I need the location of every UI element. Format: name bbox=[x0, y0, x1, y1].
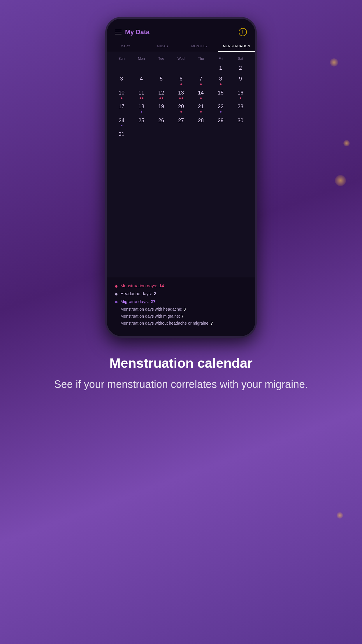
cal-day-number: 7 bbox=[199, 76, 202, 82]
cal-day-number: 1 bbox=[219, 65, 222, 71]
cal-day-number: 31 bbox=[119, 131, 124, 138]
calendar-day-2[interactable]: 2 bbox=[231, 63, 250, 73]
calendar-day-7[interactable]: 7 bbox=[191, 74, 211, 87]
menu-button[interactable] bbox=[115, 30, 122, 34]
tab-monthly[interactable]: MONTHLY bbox=[181, 41, 218, 52]
cal-day-number: 0 bbox=[120, 65, 123, 71]
stat-menstruation-migraine: Menstruation days with migraine: 7 bbox=[115, 314, 247, 318]
calendar-day-26[interactable]: 26 bbox=[151, 116, 171, 129]
app-header: My Data i bbox=[107, 19, 255, 41]
headache-days-value: 2 bbox=[154, 291, 156, 296]
headache-days-label: Headache days: bbox=[120, 291, 152, 296]
cal-dot-purple bbox=[220, 111, 222, 113]
decorative-orb-1 bbox=[330, 58, 338, 66]
tab-mary[interactable]: MARY bbox=[107, 41, 144, 52]
info-button[interactable]: i bbox=[239, 28, 247, 36]
cal-day-dots bbox=[140, 97, 143, 99]
calendar-section: Sun Mon Tue Wed Thu Fri Sat 000001234567… bbox=[107, 52, 255, 277]
cal-day-number: 0 bbox=[140, 131, 143, 138]
calendar-day-20[interactable]: 20 bbox=[171, 102, 191, 115]
footer-title: Menstruation calendar bbox=[54, 355, 308, 371]
calendar-day-13[interactable]: 13 bbox=[171, 88, 191, 101]
cal-day-dots bbox=[179, 97, 183, 99]
cal-day-number: 30 bbox=[238, 117, 243, 124]
cal-day-number: 16 bbox=[238, 90, 243, 96]
calendar-day-9[interactable]: 9 bbox=[231, 74, 250, 87]
stat-menstruation-headache: Menstruation days with headache: 0 bbox=[115, 307, 247, 312]
cal-day-number: 9 bbox=[239, 76, 242, 82]
cal-day-dots bbox=[180, 111, 182, 113]
decorative-orb-4 bbox=[337, 512, 343, 519]
cal-day-dots bbox=[200, 83, 202, 85]
decorative-orb-3 bbox=[335, 175, 346, 186]
calendar-day-29[interactable]: 29 bbox=[211, 116, 231, 129]
menstruation-migraine-value: 7 bbox=[181, 314, 184, 318]
cal-dot-pink bbox=[140, 97, 141, 99]
tab-menstruation[interactable]: MENSTRUATION bbox=[218, 41, 255, 52]
calendar-day-28[interactable]: 28 bbox=[191, 116, 211, 129]
cal-day-dots bbox=[200, 97, 202, 99]
calendar-day-18[interactable]: 18 bbox=[131, 102, 151, 115]
calendar-day-8[interactable]: 8 bbox=[211, 74, 231, 87]
cal-day-number: 28 bbox=[198, 117, 204, 124]
calendar-day-4[interactable]: 4 bbox=[131, 74, 151, 87]
cal-day-number: 25 bbox=[138, 117, 144, 124]
cal-day-number: 12 bbox=[158, 90, 164, 96]
calendar-day-31[interactable]: 31 bbox=[112, 129, 131, 139]
calendar-day-6[interactable]: 6 bbox=[171, 74, 191, 87]
cal-day-number: 23 bbox=[238, 103, 243, 110]
calendar-day-16[interactable]: 16 bbox=[231, 88, 250, 101]
cal-day-number: 27 bbox=[178, 117, 184, 124]
calendar-day-11[interactable]: 11 bbox=[131, 88, 151, 101]
calendar-day-23[interactable]: 23 bbox=[231, 102, 250, 115]
calendar-day-25[interactable]: 25 bbox=[131, 116, 151, 129]
cal-day-number: 5 bbox=[160, 76, 163, 82]
calendar-day-24[interactable]: 24 bbox=[112, 116, 131, 129]
decorative-orb-2 bbox=[343, 140, 350, 146]
calendar-day-empty: 0 bbox=[131, 63, 151, 73]
calendar-day-27[interactable]: 27 bbox=[171, 116, 191, 129]
cal-day-number: 10 bbox=[119, 90, 124, 96]
cal-dot-pink bbox=[180, 83, 182, 85]
calendar-day-17[interactable]: 17 bbox=[112, 102, 131, 115]
calendar-day-empty: 0 bbox=[151, 129, 171, 139]
calendar-day-15[interactable]: 15 bbox=[211, 88, 231, 101]
cal-dot-pink bbox=[180, 111, 182, 113]
calendar-day-14[interactable]: 14 bbox=[191, 88, 211, 101]
calendar-day-21[interactable]: 21 bbox=[191, 102, 211, 115]
calendar-day-30[interactable]: 30 bbox=[231, 116, 250, 129]
cal-day-number: 29 bbox=[218, 117, 224, 124]
calendar-day-3[interactable]: 3 bbox=[112, 74, 131, 87]
cal-day-dots bbox=[121, 97, 122, 99]
menstruation-migraine-label: Menstruation days with migraine: bbox=[120, 314, 180, 318]
calendar-day-10[interactable]: 10 bbox=[112, 88, 131, 101]
cal-day-number: 18 bbox=[138, 103, 144, 110]
tab-midas[interactable]: MIDAS bbox=[144, 41, 181, 52]
calendar-day-1[interactable]: 1 bbox=[211, 63, 231, 73]
calendar-day-empty: 0 bbox=[191, 129, 211, 139]
calendar-day-5[interactable]: 5 bbox=[151, 74, 171, 87]
cal-dot-pink bbox=[220, 83, 222, 85]
menstruation-none-label: Menstruation days without headache or mi… bbox=[120, 321, 210, 326]
menstruation-dot bbox=[115, 285, 117, 288]
cal-dot-pink bbox=[182, 97, 183, 99]
day-sun: Sun bbox=[112, 57, 131, 61]
cal-day-dots bbox=[180, 83, 182, 85]
migraine-days-value: 27 bbox=[151, 299, 156, 304]
cal-day-number: 0 bbox=[160, 131, 163, 138]
calendar-day-12[interactable]: 12 bbox=[151, 88, 171, 101]
cal-day-dots bbox=[159, 97, 163, 99]
cal-day-number: 20 bbox=[178, 103, 184, 110]
cal-day-number: 11 bbox=[138, 90, 144, 96]
cal-day-dots bbox=[121, 125, 122, 127]
cal-dot-pink bbox=[142, 97, 143, 99]
cal-day-number: 0 bbox=[219, 131, 222, 138]
calendar-day-19[interactable]: 19 bbox=[151, 102, 171, 115]
calendar-day-empty: 0 bbox=[231, 129, 250, 139]
stat-menstruation-none: Menstruation days without headache or mi… bbox=[115, 321, 247, 326]
calendar-day-empty: 0 bbox=[112, 63, 131, 73]
menstruation-none-value: 7 bbox=[211, 321, 213, 326]
calendar-day-22[interactable]: 22 bbox=[211, 102, 231, 115]
migraine-dot bbox=[115, 301, 117, 303]
menstruation-days-label: Menstruation days: bbox=[120, 283, 157, 288]
